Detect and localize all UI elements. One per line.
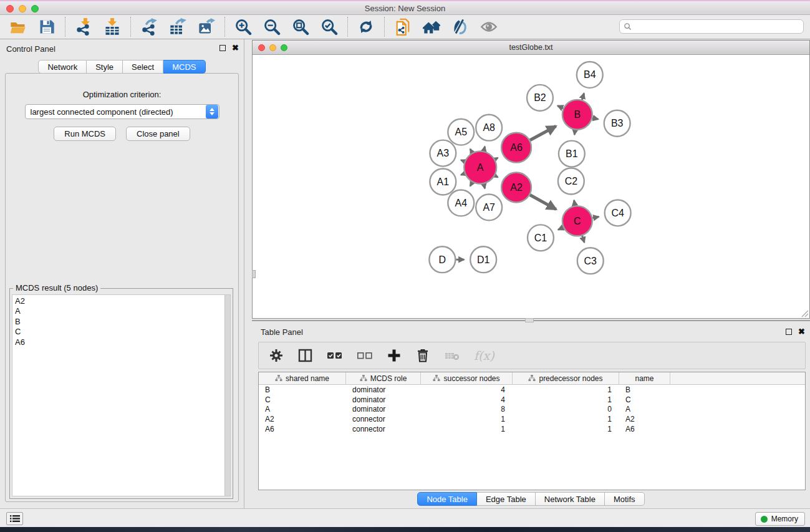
- graph-edge-A-A5[interactable]: [470, 149, 472, 153]
- graph-node-D[interactable]: D: [429, 246, 455, 273]
- graph-node-B3[interactable]: B3: [604, 110, 630, 137]
- table-cell[interactable]: 1: [513, 425, 619, 433]
- table-cell[interactable]: 4: [421, 395, 513, 404]
- column-visibility-icon[interactable]: [297, 348, 313, 363]
- result-list-item[interactable]: A6: [15, 337, 230, 347]
- open-session-icon[interactable]: [9, 17, 27, 36]
- graph-edge-C-C2[interactable]: [574, 200, 575, 206]
- table-cell[interactable]: connector: [346, 415, 421, 423]
- column-header-mcds-role[interactable]: MCDS role: [346, 372, 421, 384]
- result-list-item[interactable]: A: [15, 306, 230, 316]
- import-network-icon[interactable]: [74, 17, 93, 36]
- splitter-handle[interactable]: [252, 270, 256, 278]
- graph-node-A3[interactable]: A3: [430, 140, 456, 167]
- table-cell[interactable]: dominator: [346, 395, 421, 404]
- table-row[interactable]: A6connector11A6: [259, 424, 805, 434]
- table-cell[interactable]: connector: [346, 425, 421, 433]
- refresh-layout-icon[interactable]: [357, 17, 375, 36]
- graph-edge-A-A8[interactable]: [484, 147, 485, 151]
- add-column-icon[interactable]: [387, 348, 402, 363]
- graph-edge-B-B2[interactable]: [557, 106, 563, 109]
- select-all-icon[interactable]: [327, 348, 343, 363]
- tab-select[interactable]: Select: [123, 60, 163, 74]
- table-row[interactable]: Adominator80A: [259, 405, 805, 415]
- table-cell[interactable]: A2: [619, 415, 670, 423]
- graph-edge-A2-C[interactable]: [530, 195, 556, 210]
- graph-edge-A-A4[interactable]: [470, 182, 472, 186]
- column-header-name[interactable]: name: [619, 372, 670, 384]
- table-cell[interactable]: 1: [513, 395, 619, 404]
- search-field[interactable]: [619, 19, 804, 34]
- table-cell[interactable]: A6: [619, 425, 670, 433]
- tab-network[interactable]: Network: [38, 60, 87, 74]
- graph-edge-C-C3[interactable]: [582, 236, 585, 243]
- export-table-icon[interactable]: [168, 17, 187, 36]
- mcds-result-list[interactable]: A2ABCA6: [12, 294, 231, 496]
- graph-node-C3[interactable]: C3: [577, 248, 604, 274]
- memory-button[interactable]: Memory: [755, 512, 805, 526]
- tab-network-table[interactable]: Network Table: [536, 492, 605, 506]
- graph-node-A6[interactable]: A6: [501, 133, 531, 163]
- search-input[interactable]: [632, 22, 803, 31]
- graph-node-D1[interactable]: D1: [470, 246, 496, 273]
- save-session-icon[interactable]: [37, 17, 56, 36]
- import-table-icon[interactable]: [103, 17, 122, 36]
- delete-column-icon[interactable]: [415, 348, 430, 363]
- graph-node-C[interactable]: C: [562, 206, 592, 236]
- result-list-scrollbar[interactable]: [224, 295, 230, 496]
- graph-node-A7[interactable]: A7: [476, 194, 502, 220]
- graph-edge-A6-B[interactable]: [530, 126, 556, 140]
- table-cell[interactable]: A: [259, 405, 346, 414]
- table-settings-icon[interactable]: [269, 348, 284, 363]
- table-cell[interactable]: 1: [421, 425, 513, 433]
- table-cell[interactable]: 4: [421, 385, 513, 394]
- clone-network-icon[interactable]: [393, 17, 412, 36]
- splitter-handle[interactable]: [525, 318, 534, 322]
- zoom-fit-icon[interactable]: [291, 17, 310, 36]
- graph-edge-C-C1[interactable]: [558, 228, 563, 230]
- run-mcds-button[interactable]: Run MCDS: [54, 127, 116, 141]
- table-cell[interactable]: 0: [513, 405, 619, 414]
- network-canvas[interactable]: B4B2BB3A5A8A6B1A3AA1C2A2A4A7C4CC1C3DD1: [253, 55, 809, 318]
- tab-edge-table[interactable]: Edge Table: [477, 492, 536, 506]
- graph-node-A[interactable]: A: [464, 152, 496, 184]
- graph-edge-A-A3[interactable]: [461, 160, 465, 162]
- table-row[interactable]: Cdominator41C: [259, 395, 805, 405]
- table-cell[interactable]: 1: [513, 415, 619, 423]
- table-cell[interactable]: 8: [421, 405, 513, 414]
- table-cell[interactable]: C: [259, 395, 346, 404]
- graph-edge-A-A2[interactable]: [495, 176, 498, 178]
- tab-style[interactable]: Style: [87, 60, 123, 74]
- graph-node-C2[interactable]: C2: [558, 168, 584, 195]
- table-cell[interactable]: C: [619, 395, 670, 404]
- graph-edge-A-A1[interactable]: [461, 173, 465, 175]
- graph-node-A5[interactable]: A5: [448, 119, 474, 145]
- column-header-successor-nodes[interactable]: successor nodes: [421, 372, 513, 384]
- network-window-titlebar[interactable]: testGlobe.txt: [253, 41, 809, 55]
- zoom-selected-icon[interactable]: [320, 17, 339, 36]
- export-image-icon[interactable]: [197, 17, 216, 36]
- table-cell[interactable]: dominator: [346, 385, 421, 394]
- tab-mcds[interactable]: MCDS: [163, 60, 205, 74]
- graph-node-B1[interactable]: B1: [559, 141, 585, 167]
- table-cell[interactable]: A2: [259, 415, 346, 423]
- graph-node-A1[interactable]: A1: [430, 169, 456, 195]
- tab-motifs[interactable]: Motifs: [605, 492, 645, 506]
- node-table[interactable]: shared name MCDS role successor nodes pr…: [258, 372, 806, 490]
- table-cell[interactable]: 1: [513, 385, 619, 394]
- home-icon[interactable]: [422, 17, 441, 36]
- table-cell[interactable]: B: [259, 385, 346, 394]
- graph-edge-C-C4[interactable]: [592, 216, 599, 218]
- graph-edge-A-A7[interactable]: [484, 184, 485, 188]
- table-cell[interactable]: B: [619, 385, 670, 394]
- table-cell[interactable]: 1: [421, 415, 513, 423]
- graph-edge-B-B1[interactable]: [574, 130, 575, 135]
- tab-node-table[interactable]: Node Table: [417, 492, 477, 506]
- graph-node-B2[interactable]: B2: [527, 85, 553, 111]
- export-network-icon[interactable]: [140, 17, 158, 36]
- table-cell[interactable]: A: [619, 405, 670, 414]
- graph-node-A8[interactable]: A8: [476, 115, 502, 141]
- hide-graphics-details-icon[interactable]: [480, 17, 498, 36]
- graph-node-A4[interactable]: A4: [448, 190, 474, 216]
- table-row[interactable]: Bdominator41B: [259, 385, 805, 395]
